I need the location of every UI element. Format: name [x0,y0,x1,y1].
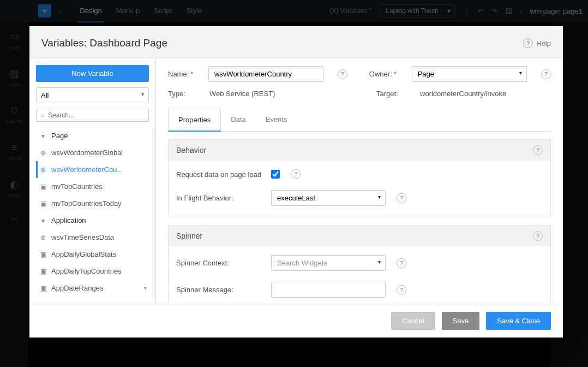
search-input-wrap[interactable]: ⌕ [36,109,149,122]
request-on-load-label: Request data on page load [176,170,263,179]
type-label: Type: [168,90,199,98]
variables-modal: Variables: Dashboard Page ? Help New Var… [29,26,563,338]
behavior-heading: Behavior [176,146,206,155]
spinner-section: Spinner ? Spinner Context: Search Widget… [168,225,551,304]
tab-properties[interactable]: Properties [168,109,221,132]
name-label: Name:* [168,70,197,78]
info-icon[interactable]: ? [291,169,301,179]
info-icon[interactable]: ? [397,285,406,295]
tree-item[interactable]: ⊕wsvWordometerGlobal [36,144,150,161]
spinner-heading: Spinner [176,232,202,240]
search-icon: ⌕ [41,111,45,119]
spinner-context-label: Spinner Context: [176,259,263,267]
type-value: Web Service (REST) [209,90,328,98]
tree-group-page[interactable]: ▾Page [36,127,150,144]
tab-events[interactable]: Events [256,109,297,131]
save-close-button[interactable]: Save & Close [486,312,551,330]
name-input[interactable] [208,66,323,82]
modal-header: Variables: Dashboard Page ? Help [29,26,563,58]
modal-title: Variables: Dashboard Page [41,37,167,49]
inflight-select[interactable]: executeLast [271,190,386,206]
spinner-context-select[interactable]: Search Widgets [271,255,386,271]
cancel-button[interactable]: Cancel [391,312,435,330]
save-button[interactable]: Save [442,312,480,330]
help-link[interactable]: ? Help [523,38,551,48]
owner-select[interactable]: Page [412,66,527,82]
info-icon[interactable]: ? [397,258,406,268]
new-variable-button[interactable]: New Variable [36,65,149,82]
variable-editor: Name:* ? Owner:* Page ? Type: Web Servic… [156,58,563,304]
info-icon[interactable]: ? [533,145,543,155]
behavior-section: Behavior ? Request data on page load ? I… [168,139,551,217]
filter-scope-select[interactable]: All [36,87,149,103]
search-input[interactable] [48,111,144,119]
owner-label: Owner:* [369,70,401,78]
tree-item[interactable]: ▣mvTopCountries [36,178,150,195]
tree-item-selected[interactable]: ⊕wsvWorldometerCou... [36,161,150,178]
spinner-message-label: Spinner Message: [176,286,263,294]
request-on-load-checkbox[interactable] [271,170,280,179]
variables-sidebar: New Variable All ⌕ ▾Page ⊕wsvWordometerG… [29,58,156,304]
modal-footer: Cancel Save Save & Close [29,304,563,338]
tree-group-app[interactable]: ▾Application [36,212,150,229]
variables-tree[interactable]: ▾Page ⊕wsvWordometerGlobal ⊕wsvWorldomet… [36,127,155,297]
inflight-label: In Flight Behavior: [176,194,263,202]
tree-item[interactable]: ▣mvTopCountriesToday [36,195,150,212]
target-value: worldometerCountry/invoke [420,90,551,98]
help-icon: ? [523,38,533,48]
info-icon[interactable]: ? [338,69,347,79]
tree-item[interactable]: ▣AppDailyGlobalStats [36,246,150,263]
info-icon[interactable]: ? [397,193,406,203]
tree-item[interactable]: ▣AppDailyTopCountries [36,263,150,280]
info-icon[interactable]: ? [533,231,543,241]
tab-data[interactable]: Data [221,109,255,131]
editor-tabs: Properties Data Events [168,109,551,132]
tree-item[interactable]: ▣AppDateRanges▾ [36,280,150,297]
tree-item[interactable]: ⊕wsvTimeSeriesData [36,229,150,246]
spinner-message-input[interactable] [271,282,386,298]
info-icon[interactable]: ? [541,69,551,79]
target-label: Target: [376,90,409,98]
